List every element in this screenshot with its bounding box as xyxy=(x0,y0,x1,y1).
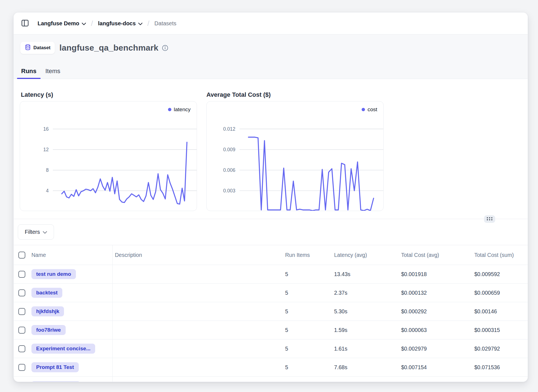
run-latency-avg: 13.43s xyxy=(332,271,399,277)
table-row[interactable]: Experiment concise... 5 1.61s $0.002979 … xyxy=(14,339,528,358)
run-total-cost-sum: $0.009592 xyxy=(472,271,528,277)
latency-chart-title: Latency (s) xyxy=(21,91,198,99)
run-description xyxy=(113,339,283,358)
run-latency-avg: 1.61s xyxy=(332,346,399,352)
svg-text:0.012: 0.012 xyxy=(223,126,235,132)
svg-text:12: 12 xyxy=(43,147,49,152)
run-total-cost-avg: $0.000292 xyxy=(399,308,472,315)
latency-legend: latency xyxy=(168,106,191,113)
run-items-count: 5 xyxy=(283,308,332,315)
run-name-badge[interactable]: foo78riwe xyxy=(31,325,66,335)
run-name-badge[interactable]: hjkfdshjk xyxy=(31,306,64,316)
sidebar-toggle-button[interactable] xyxy=(20,19,30,28)
run-total-cost-sum: $0.00146 xyxy=(472,308,528,315)
column-header-latency-avg[interactable]: Latency (avg) xyxy=(332,252,399,258)
database-icon xyxy=(25,44,31,51)
filters-section: Filters xyxy=(14,219,528,245)
table-row[interactable]: hjkfdshjk 5 5.30s $0.000292 $0.00146 xyxy=(14,302,528,321)
run-total-cost-avg: $0.007154 xyxy=(399,364,472,371)
breadcrumb-project-dropdown[interactable]: Langfuse Demo xyxy=(38,20,86,27)
run-items-count: 5 xyxy=(283,364,332,371)
runs-table: Name Description Run Items Latency (avg)… xyxy=(14,245,528,382)
svg-text:4: 4 xyxy=(46,188,49,193)
top-bar: Langfuse Demo / langfuse-docs / Datasets xyxy=(14,13,528,34)
run-items-count: 5 xyxy=(283,271,332,277)
column-header-run-items[interactable]: Run Items xyxy=(283,252,332,258)
select-all-checkbox[interactable] xyxy=(18,252,25,259)
run-total-cost-avg: $0.000132 xyxy=(399,290,472,296)
table-row-partial xyxy=(14,377,528,382)
legend-dot-icon xyxy=(362,108,365,111)
cost-chart-title: Average Total Cost ($) xyxy=(206,91,384,99)
column-header-total-cost-sum[interactable]: Total Cost (sum) xyxy=(472,252,528,258)
section-resize-handle[interactable] xyxy=(484,215,495,223)
tab-bar: Runs Items xyxy=(17,68,65,79)
cost-line-plot: 0.0030.0060.0090.012 xyxy=(207,101,384,211)
run-description xyxy=(113,321,283,339)
run-description xyxy=(113,265,283,283)
run-name-badge[interactable]: backtest xyxy=(31,288,62,298)
column-header-total-cost-avg[interactable]: Total Cost (avg) xyxy=(399,252,472,258)
run-name-badge[interactable] xyxy=(31,381,80,382)
cost-chart: 0.0030.0060.0090.012 cost xyxy=(206,101,384,211)
svg-text:0.003: 0.003 xyxy=(223,188,235,193)
row-checkbox[interactable] xyxy=(18,327,25,334)
run-total-cost-sum: $0.029792 xyxy=(472,346,528,352)
run-total-cost-avg: $0.002979 xyxy=(399,346,472,352)
table-row[interactable]: test run demo 5 13.43s $0.001918 $0.0095… xyxy=(14,265,528,284)
row-checkbox[interactable] xyxy=(18,271,25,278)
table-row[interactable]: Prompt 81 Test 5 7.68s $0.007154 $0.0715… xyxy=(14,358,528,377)
svg-text:0.009: 0.009 xyxy=(223,147,235,152)
run-name-badge[interactable]: test run demo xyxy=(31,269,76,279)
svg-text:8: 8 xyxy=(46,167,49,173)
breadcrumb-project-label: Langfuse Demo xyxy=(38,20,79,27)
row-checkbox[interactable] xyxy=(18,345,25,352)
row-checkbox[interactable] xyxy=(18,289,25,296)
column-header-description[interactable]: Description xyxy=(113,245,283,265)
table-header-row: Name Description Run Items Latency (avg)… xyxy=(14,245,528,265)
run-latency-avg: 2.37s xyxy=(332,290,399,296)
chevron-down-icon xyxy=(43,229,47,235)
breadcrumb: Langfuse Demo / langfuse-docs / Datasets xyxy=(38,19,176,28)
run-latency-avg: 5.30s xyxy=(332,308,399,315)
tab-runs[interactable]: Runs xyxy=(17,68,41,79)
legend-label: cost xyxy=(367,106,377,113)
breadcrumb-env-dropdown[interactable]: langfuse-docs xyxy=(98,20,142,27)
cost-legend: cost xyxy=(362,106,377,113)
panel-left-icon xyxy=(21,19,29,28)
info-icon[interactable] xyxy=(162,45,168,51)
table-row[interactable]: backtest 5 2.37s $0.000132 $0.000659 xyxy=(14,284,528,302)
run-name-badge[interactable]: Prompt 81 Test xyxy=(31,362,79,372)
tab-items[interactable]: Items xyxy=(41,68,65,79)
run-latency-avg: 1.59s xyxy=(332,327,399,333)
legend-label: latency xyxy=(174,106,191,113)
main-card: Langfuse Demo / langfuse-docs / Datasets xyxy=(13,12,528,382)
grip-dots-icon xyxy=(486,217,493,222)
chevron-down-icon xyxy=(138,20,142,27)
run-total-cost-sum: $0.000315 xyxy=(472,327,528,333)
row-checkbox[interactable] xyxy=(18,364,25,371)
svg-text:16: 16 xyxy=(43,126,49,132)
page-title: langfuse_qa_benchmark xyxy=(59,43,158,53)
filters-button[interactable]: Filters xyxy=(18,224,54,240)
row-checkbox[interactable] xyxy=(18,308,25,315)
run-total-cost-sum: $0.071536 xyxy=(472,364,528,371)
breadcrumb-separator: / xyxy=(147,19,149,28)
column-header-name[interactable]: Name xyxy=(29,245,113,265)
breadcrumb-page[interactable]: Datasets xyxy=(154,20,176,27)
run-name-badge[interactable]: Experiment concise... xyxy=(31,344,95,354)
run-items-count: 5 xyxy=(283,290,332,296)
charts-section: Latency (s) Average Total Cost ($) 48121… xyxy=(14,79,528,219)
run-description xyxy=(113,302,283,321)
run-latency-avg: 7.68s xyxy=(332,364,399,371)
table-row[interactable]: foo78riwe 5 1.59s $0.000063 $0.000315 xyxy=(14,321,528,339)
run-items-count: 5 xyxy=(283,327,332,333)
chevron-down-icon xyxy=(82,20,86,27)
dataset-header: Dataset langfuse_qa_benchmark Runs Items xyxy=(14,34,528,79)
table-body: test run demo 5 13.43s $0.001918 $0.0095… xyxy=(14,265,528,377)
run-description xyxy=(113,358,283,376)
dataset-badge-label: Dataset xyxy=(33,45,50,51)
latency-chart: 481216 latency xyxy=(20,101,197,211)
breadcrumb-env-label: langfuse-docs xyxy=(98,20,136,27)
run-description xyxy=(113,284,283,302)
